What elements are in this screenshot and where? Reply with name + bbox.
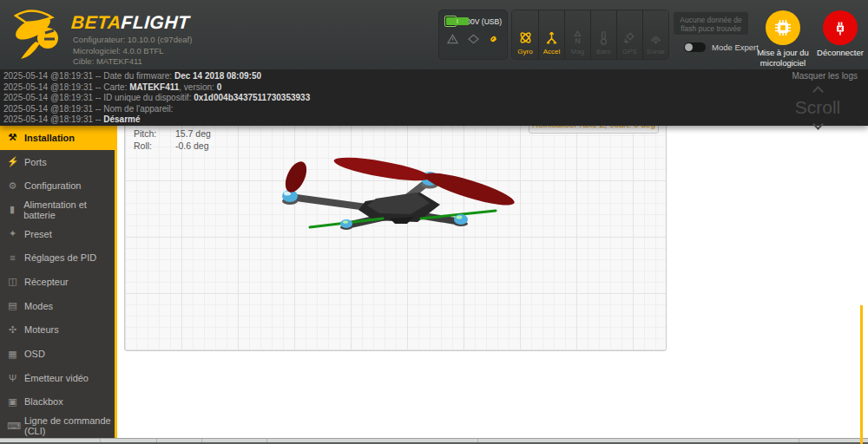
- sidebar-item-osd[interactable]: ▦OSD: [0, 342, 115, 366]
- model-viewer[interactable]: Pitch:15.7 deg Roll:-0.6 deg Réinitialis…: [124, 111, 667, 351]
- version-info: Configurateur: 10.10.0 (c97deaf) Microlo…: [73, 35, 192, 68]
- terminal-icon: ⌨: [7, 421, 18, 432]
- sidebar-item-modes[interactable]: ▤Modes: [0, 294, 115, 318]
- failsafe-icon: [468, 34, 479, 44]
- sonar-icon: [648, 30, 663, 45]
- log-scroll-control[interactable]: Scroll: [786, 83, 849, 132]
- log-panel: 2025-05-14 @18:19:31 -- Date du firmware…: [0, 69, 868, 126]
- app-title: BETAFLIGHT: [70, 12, 190, 33]
- sidebar-nav: ⚒Installation ⚡Ports ⚙Configuration ▮Ali…: [0, 126, 117, 438]
- motor-icon: ✣: [7, 324, 18, 336]
- expert-mode-toggle[interactable]: [684, 42, 706, 52]
- sensor-mag: N Mag: [564, 10, 590, 59]
- firmware-update-button[interactable]: [766, 10, 800, 45]
- roll-value: -0.6 deg: [175, 140, 209, 152]
- battery-status-box: 0.00V (USB): [438, 10, 508, 60]
- plug-icon: ⚡: [7, 156, 18, 167]
- link-icon: [488, 34, 499, 44]
- sensor-gyro: Gyro: [512, 10, 538, 59]
- scroll-up-icon[interactable]: [812, 86, 824, 97]
- log-line: 2025-05-14 @18:19:31 -- Désarmé: [3, 114, 859, 126]
- log-line: 2025-05-14 @18:19:31 -- Carte: MATEKF411…: [3, 82, 859, 94]
- svg-text:N: N: [575, 36, 581, 45]
- flash-data-button[interactable]: Aucune donnée de flash puce trouvée: [673, 11, 749, 36]
- sliders-icon: ≡: [7, 252, 18, 263]
- pitch-label: Pitch:: [134, 127, 175, 140]
- sensor-accel: Accel: [538, 10, 564, 59]
- gps-icon: [622, 30, 637, 45]
- gyro-icon: [518, 30, 533, 45]
- roll-label: Roll:: [134, 140, 175, 152]
- sidebar-item-pid-tuning[interactable]: ≡Réglages de PID: [0, 245, 115, 270]
- gear-icon: ⚙: [7, 180, 18, 192]
- app-header: BETAFLIGHT Configurateur: 10.10.0 (c97de…: [0, 0, 868, 69]
- sidebar-item-configuration[interactable]: ⚙Configuration: [0, 173, 115, 198]
- sidebar-item-ports[interactable]: ⚡Ports: [0, 150, 115, 174]
- pitch-value: 15.7 deg: [175, 127, 211, 140]
- attitude-readout: Pitch:15.7 deg Roll:-0.6 deg: [134, 127, 211, 152]
- baro-icon: [596, 30, 611, 45]
- antenna-icon: Ψ: [7, 373, 18, 383]
- sensor-baro: Baro: [590, 10, 616, 59]
- disconnect-label: Déconnecter: [801, 48, 868, 58]
- sidebar-item-preset[interactable]: ✦Preset: [0, 222, 115, 246]
- sidebar-item-power-battery[interactable]: ▮Alimentation et batterie: [0, 198, 115, 222]
- log-line: 2025-05-14 @18:19:31 -- Nom de l'apparei…: [3, 104, 859, 115]
- sidebar-item-installation[interactable]: ⚒Installation: [0, 126, 115, 150]
- sidebar-item-cli[interactable]: ⌨Ligne de commande (CLI): [0, 414, 115, 438]
- receiver-icon: ◫: [7, 276, 18, 287]
- disconnect-button[interactable]: [823, 10, 858, 45]
- sidebar-item-video-transmitter[interactable]: ΨÉmetteur vidéo: [0, 366, 115, 390]
- battery-icon: ▮: [7, 204, 17, 215]
- osd-screen-icon: ▦: [7, 349, 18, 360]
- wrench-icon: ⚒: [7, 132, 18, 143]
- status-bar: [0, 438, 868, 444]
- hide-logs-link[interactable]: Masquer les logs: [792, 71, 858, 81]
- drone-3d-model: [268, 151, 529, 264]
- arming-warning-icon: [447, 34, 458, 44]
- magic-icon: ✦: [7, 228, 18, 239]
- chip-icon: [773, 17, 793, 38]
- blackbox-icon: ▣: [7, 396, 18, 408]
- betaflight-configurator: BETAFLIGHT Configurateur: 10.10.0 (c97de…: [0, 0, 868, 444]
- sensor-gps: GPS: [616, 10, 642, 59]
- sidebar-item-motors[interactable]: ✣Moteurs: [0, 318, 115, 343]
- sensor-status-bar: Gyro Accel N Mag Baro GPS Sonar: [511, 10, 669, 60]
- sensor-sonar: Sonar: [642, 10, 668, 59]
- log-line: 2025-05-14 @18:19:31 -- Date du firmware…: [3, 71, 859, 82]
- log-line: 2025-05-14 @18:19:31 -- ID unique du dis…: [3, 93, 859, 104]
- betaflight-bee-logo: [7, 3, 68, 66]
- sidebar-item-receiver[interactable]: ◫Récepteur: [0, 270, 115, 294]
- usb-disconnect-icon: [830, 17, 851, 38]
- page-scrollbar-thumb[interactable]: [860, 305, 863, 444]
- scroll-down-icon[interactable]: [812, 119, 824, 130]
- battery-icon: [444, 16, 457, 27]
- mag-icon: N: [570, 30, 585, 45]
- modes-icon: ▤: [7, 300, 18, 311]
- accel-icon: [544, 30, 559, 45]
- sidebar-item-blackbox[interactable]: ▣Blackbox: [0, 390, 115, 415]
- scroll-label: Scroll: [786, 99, 849, 116]
